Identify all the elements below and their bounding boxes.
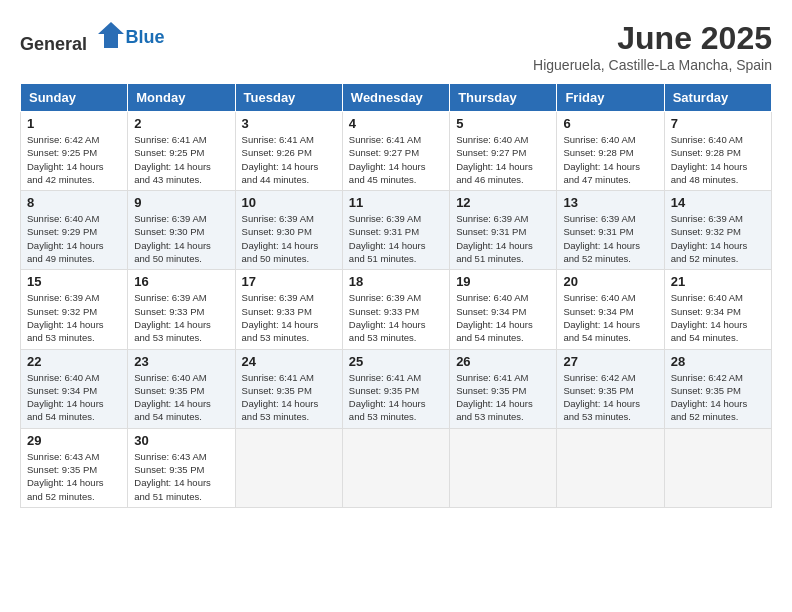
day-number: 3 (242, 116, 336, 131)
day-number: 13 (563, 195, 657, 210)
calendar-day-cell: 27 Sunrise: 6:42 AM Sunset: 9:35 PM Dayl… (557, 349, 664, 428)
calendar-day-cell: 4 Sunrise: 6:41 AM Sunset: 9:27 PM Dayli… (342, 112, 449, 191)
day-number: 8 (27, 195, 121, 210)
day-info: Sunrise: 6:39 AM Sunset: 9:33 PM Dayligh… (134, 291, 228, 344)
calendar-day-cell: 29 Sunrise: 6:43 AM Sunset: 9:35 PM Dayl… (21, 428, 128, 507)
day-number: 21 (671, 274, 765, 289)
day-info: Sunrise: 6:40 AM Sunset: 9:27 PM Dayligh… (456, 133, 550, 186)
day-info: Sunrise: 6:39 AM Sunset: 9:33 PM Dayligh… (242, 291, 336, 344)
day-number: 12 (456, 195, 550, 210)
day-info: Sunrise: 6:39 AM Sunset: 9:30 PM Dayligh… (134, 212, 228, 265)
day-info: Sunrise: 6:39 AM Sunset: 9:32 PM Dayligh… (671, 212, 765, 265)
day-info: Sunrise: 6:40 AM Sunset: 9:35 PM Dayligh… (134, 371, 228, 424)
day-info: Sunrise: 6:39 AM Sunset: 9:31 PM Dayligh… (456, 212, 550, 265)
day-number: 26 (456, 354, 550, 369)
day-number: 19 (456, 274, 550, 289)
day-info: Sunrise: 6:40 AM Sunset: 9:34 PM Dayligh… (27, 371, 121, 424)
weekday-header: Saturday (664, 84, 771, 112)
weekday-header: Tuesday (235, 84, 342, 112)
calendar-day-cell: 13 Sunrise: 6:39 AM Sunset: 9:31 PM Dayl… (557, 191, 664, 270)
calendar-day-cell: 10 Sunrise: 6:39 AM Sunset: 9:30 PM Dayl… (235, 191, 342, 270)
calendar-week-row: 8 Sunrise: 6:40 AM Sunset: 9:29 PM Dayli… (21, 191, 772, 270)
logo-icon (96, 20, 126, 50)
day-info: Sunrise: 6:39 AM Sunset: 9:30 PM Dayligh… (242, 212, 336, 265)
day-number: 30 (134, 433, 228, 448)
calendar-day-cell: 23 Sunrise: 6:40 AM Sunset: 9:35 PM Dayl… (128, 349, 235, 428)
day-number: 5 (456, 116, 550, 131)
calendar-day-cell: 18 Sunrise: 6:39 AM Sunset: 9:33 PM Dayl… (342, 270, 449, 349)
day-info: Sunrise: 6:41 AM Sunset: 9:27 PM Dayligh… (349, 133, 443, 186)
day-number: 1 (27, 116, 121, 131)
day-number: 2 (134, 116, 228, 131)
day-info: Sunrise: 6:43 AM Sunset: 9:35 PM Dayligh… (27, 450, 121, 503)
day-info: Sunrise: 6:41 AM Sunset: 9:26 PM Dayligh… (242, 133, 336, 186)
header: General Blue June 2025 Higueruela, Casti… (20, 20, 772, 73)
day-info: Sunrise: 6:40 AM Sunset: 9:29 PM Dayligh… (27, 212, 121, 265)
calendar-day-cell: 17 Sunrise: 6:39 AM Sunset: 9:33 PM Dayl… (235, 270, 342, 349)
day-info: Sunrise: 6:40 AM Sunset: 9:34 PM Dayligh… (563, 291, 657, 344)
day-number: 15 (27, 274, 121, 289)
calendar: SundayMondayTuesdayWednesdayThursdayFrid… (20, 83, 772, 508)
calendar-day-cell: 26 Sunrise: 6:41 AM Sunset: 9:35 PM Dayl… (450, 349, 557, 428)
calendar-day-cell: 28 Sunrise: 6:42 AM Sunset: 9:35 PM Dayl… (664, 349, 771, 428)
calendar-week-row: 15 Sunrise: 6:39 AM Sunset: 9:32 PM Dayl… (21, 270, 772, 349)
day-info: Sunrise: 6:43 AM Sunset: 9:35 PM Dayligh… (134, 450, 228, 503)
calendar-day-cell (450, 428, 557, 507)
day-info: Sunrise: 6:41 AM Sunset: 9:35 PM Dayligh… (242, 371, 336, 424)
calendar-day-cell: 21 Sunrise: 6:40 AM Sunset: 9:34 PM Dayl… (664, 270, 771, 349)
calendar-week-row: 29 Sunrise: 6:43 AM Sunset: 9:35 PM Dayl… (21, 428, 772, 507)
logo-general: General (20, 34, 87, 54)
day-number: 9 (134, 195, 228, 210)
day-info: Sunrise: 6:41 AM Sunset: 9:35 PM Dayligh… (349, 371, 443, 424)
calendar-day-cell: 22 Sunrise: 6:40 AM Sunset: 9:34 PM Dayl… (21, 349, 128, 428)
calendar-day-cell: 8 Sunrise: 6:40 AM Sunset: 9:29 PM Dayli… (21, 191, 128, 270)
day-info: Sunrise: 6:40 AM Sunset: 9:34 PM Dayligh… (456, 291, 550, 344)
day-info: Sunrise: 6:39 AM Sunset: 9:31 PM Dayligh… (349, 212, 443, 265)
calendar-day-cell: 20 Sunrise: 6:40 AM Sunset: 9:34 PM Dayl… (557, 270, 664, 349)
calendar-day-cell: 19 Sunrise: 6:40 AM Sunset: 9:34 PM Dayl… (450, 270, 557, 349)
weekday-header: Sunday (21, 84, 128, 112)
calendar-day-cell: 15 Sunrise: 6:39 AM Sunset: 9:32 PM Dayl… (21, 270, 128, 349)
svg-marker-0 (98, 22, 124, 48)
calendar-day-cell (235, 428, 342, 507)
location-title: Higueruela, Castille-La Mancha, Spain (533, 57, 772, 73)
calendar-day-cell: 2 Sunrise: 6:41 AM Sunset: 9:25 PM Dayli… (128, 112, 235, 191)
day-number: 17 (242, 274, 336, 289)
calendar-week-row: 22 Sunrise: 6:40 AM Sunset: 9:34 PM Dayl… (21, 349, 772, 428)
day-number: 18 (349, 274, 443, 289)
day-number: 20 (563, 274, 657, 289)
calendar-day-cell: 6 Sunrise: 6:40 AM Sunset: 9:28 PM Dayli… (557, 112, 664, 191)
day-number: 23 (134, 354, 228, 369)
weekday-header: Wednesday (342, 84, 449, 112)
day-info: Sunrise: 6:39 AM Sunset: 9:33 PM Dayligh… (349, 291, 443, 344)
day-number: 28 (671, 354, 765, 369)
calendar-day-cell: 9 Sunrise: 6:39 AM Sunset: 9:30 PM Dayli… (128, 191, 235, 270)
calendar-day-cell: 5 Sunrise: 6:40 AM Sunset: 9:27 PM Dayli… (450, 112, 557, 191)
day-info: Sunrise: 6:40 AM Sunset: 9:28 PM Dayligh… (563, 133, 657, 186)
day-number: 7 (671, 116, 765, 131)
logo-blue: Blue (126, 27, 165, 47)
calendar-day-cell: 25 Sunrise: 6:41 AM Sunset: 9:35 PM Dayl… (342, 349, 449, 428)
day-number: 24 (242, 354, 336, 369)
day-number: 10 (242, 195, 336, 210)
month-title: June 2025 (533, 20, 772, 57)
calendar-day-cell: 24 Sunrise: 6:41 AM Sunset: 9:35 PM Dayl… (235, 349, 342, 428)
day-info: Sunrise: 6:42 AM Sunset: 9:35 PM Dayligh… (563, 371, 657, 424)
day-number: 4 (349, 116, 443, 131)
calendar-day-cell: 11 Sunrise: 6:39 AM Sunset: 9:31 PM Dayl… (342, 191, 449, 270)
weekday-header: Friday (557, 84, 664, 112)
calendar-day-cell (342, 428, 449, 507)
logo: General Blue (20, 20, 165, 55)
day-number: 16 (134, 274, 228, 289)
title-area: June 2025 Higueruela, Castille-La Mancha… (533, 20, 772, 73)
day-info: Sunrise: 6:40 AM Sunset: 9:34 PM Dayligh… (671, 291, 765, 344)
calendar-day-cell: 12 Sunrise: 6:39 AM Sunset: 9:31 PM Dayl… (450, 191, 557, 270)
calendar-day-cell: 3 Sunrise: 6:41 AM Sunset: 9:26 PM Dayli… (235, 112, 342, 191)
day-info: Sunrise: 6:41 AM Sunset: 9:25 PM Dayligh… (134, 133, 228, 186)
calendar-week-row: 1 Sunrise: 6:42 AM Sunset: 9:25 PM Dayli… (21, 112, 772, 191)
day-info: Sunrise: 6:40 AM Sunset: 9:28 PM Dayligh… (671, 133, 765, 186)
calendar-day-cell: 16 Sunrise: 6:39 AM Sunset: 9:33 PM Dayl… (128, 270, 235, 349)
day-number: 22 (27, 354, 121, 369)
day-info: Sunrise: 6:39 AM Sunset: 9:31 PM Dayligh… (563, 212, 657, 265)
weekday-header: Thursday (450, 84, 557, 112)
